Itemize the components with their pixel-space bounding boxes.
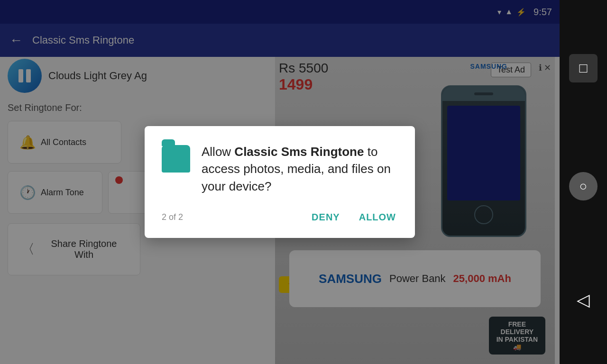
deny-button[interactable]: DENY [310,208,342,227]
right-sidebar: □ ○ ◁ [560,0,607,364]
dialog-overlay: Allow Classic Sms Ringtone to access pho… [0,0,560,364]
square-button[interactable]: □ [569,54,598,82]
square-icon: □ [579,61,588,76]
allow-button[interactable]: ALLOW [357,208,398,227]
folder-icon [162,145,190,169]
dialog-counter: 2 of 2 [162,212,183,222]
permission-dialog: Allow Classic Sms Ringtone to access pho… [145,126,415,238]
dialog-message: Allow Classic Sms Ringtone to access pho… [202,143,398,195]
dialog-header: Allow Classic Sms Ringtone to access pho… [162,143,398,195]
nav-back-button[interactable]: ◁ [577,290,590,310]
back-nav-icon: ◁ [577,290,590,309]
circle-icon: ○ [579,179,588,194]
dialog-app-name: Classic Sms Ringtone [234,145,364,159]
home-button[interactable]: ○ [569,172,598,200]
dialog-actions: DENY ALLOW [310,208,398,227]
dialog-footer: 2 of 2 DENY ALLOW [162,208,398,227]
